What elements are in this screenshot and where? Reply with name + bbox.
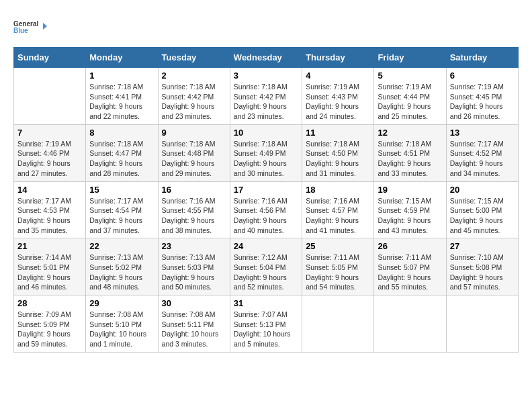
- day-number: 28: [17, 298, 82, 308]
- day-info: Sunrise: 7:18 AMSunset: 4:48 PMDaylight:…: [162, 139, 226, 179]
- day-info: Sunrise: 7:13 AMSunset: 5:03 PMDaylight:…: [162, 253, 226, 292]
- calendar-cell: 9Sunrise: 7:18 AMSunset: 4:48 PMDaylight…: [158, 124, 230, 181]
- calendar-cell: 12Sunrise: 7:18 AMSunset: 4:51 PMDayligh…: [374, 124, 446, 181]
- calendar-cell: 14Sunrise: 7:17 AMSunset: 4:53 PMDayligh…: [14, 181, 86, 238]
- calendar-cell: 4Sunrise: 7:19 AMSunset: 4:43 PMDaylight…: [302, 68, 374, 125]
- day-info: Sunrise: 7:09 AMSunset: 5:09 PMDaylight:…: [17, 310, 82, 349]
- day-info: Sunrise: 7:18 AMSunset: 4:47 PMDaylight:…: [89, 139, 154, 179]
- day-number: 22: [89, 241, 154, 251]
- calendar-cell: 27Sunrise: 7:10 AMSunset: 5:08 PMDayligh…: [446, 238, 518, 295]
- day-info: Sunrise: 7:16 AMSunset: 4:57 PMDaylight:…: [306, 196, 370, 236]
- calendar-cell: 6Sunrise: 7:19 AMSunset: 4:45 PMDaylight…: [446, 68, 518, 125]
- calendar-cell: 2Sunrise: 7:18 AMSunset: 4:42 PMDaylight…: [158, 68, 230, 125]
- day-info: Sunrise: 7:18 AMSunset: 4:42 PMDaylight:…: [234, 82, 298, 122]
- calendar-cell: 7Sunrise: 7:19 AMSunset: 4:46 PMDaylight…: [14, 124, 86, 181]
- day-info: Sunrise: 7:16 AMSunset: 4:55 PMDaylight:…: [162, 196, 226, 236]
- day-number: 11: [306, 128, 370, 138]
- day-number: 13: [450, 128, 515, 138]
- calendar-cell: 31Sunrise: 7:07 AMSunset: 5:13 PMDayligh…: [230, 295, 302, 353]
- day-info: Sunrise: 7:15 AMSunset: 4:59 PMDaylight:…: [378, 196, 442, 236]
- day-info: Sunrise: 7:16 AMSunset: 4:56 PMDaylight:…: [234, 196, 298, 236]
- svg-marker-2: [43, 23, 47, 30]
- calendar-header-row: SundayMondayTuesdayWednesdayThursdayFrid…: [14, 48, 519, 68]
- day-number: 9: [162, 128, 226, 138]
- day-info: Sunrise: 7:19 AMSunset: 4:45 PMDaylight:…: [450, 82, 515, 122]
- calendar-cell: 13Sunrise: 7:17 AMSunset: 4:52 PMDayligh…: [446, 124, 518, 181]
- calendar-table: SundayMondayTuesdayWednesdayThursdayFrid…: [13, 47, 519, 353]
- day-info: Sunrise: 7:17 AMSunset: 4:54 PMDaylight:…: [89, 196, 154, 236]
- calendar-cell: [302, 295, 374, 353]
- day-number: 21: [17, 241, 82, 251]
- day-info: Sunrise: 7:18 AMSunset: 4:50 PMDaylight:…: [306, 139, 370, 179]
- calendar-cell: 25Sunrise: 7:11 AMSunset: 5:05 PMDayligh…: [302, 238, 374, 295]
- calendar-cell: 20Sunrise: 7:15 AMSunset: 5:00 PMDayligh…: [446, 181, 518, 238]
- calendar-cell: 29Sunrise: 7:08 AMSunset: 5:10 PMDayligh…: [86, 295, 158, 353]
- day-info: Sunrise: 7:17 AMSunset: 4:52 PMDaylight:…: [450, 139, 515, 179]
- col-header-friday: Friday: [374, 48, 446, 68]
- calendar-cell: [14, 68, 86, 125]
- day-number: 7: [17, 128, 82, 138]
- calendar-cell: 8Sunrise: 7:18 AMSunset: 4:47 PMDaylight…: [86, 124, 158, 181]
- day-info: Sunrise: 7:14 AMSunset: 5:01 PMDaylight:…: [17, 253, 82, 292]
- calendar-cell: 22Sunrise: 7:13 AMSunset: 5:02 PMDayligh…: [86, 238, 158, 295]
- calendar-week-row: 21Sunrise: 7:14 AMSunset: 5:01 PMDayligh…: [14, 238, 519, 295]
- logo: General Blue: [13, 13, 47, 40]
- day-info: Sunrise: 7:13 AMSunset: 5:02 PMDaylight:…: [89, 253, 154, 292]
- day-number: 26: [378, 241, 442, 251]
- col-header-sunday: Sunday: [14, 48, 86, 68]
- day-number: 29: [89, 298, 154, 308]
- col-header-wednesday: Wednesday: [230, 48, 302, 68]
- page-header: General Blue: [13, 13, 519, 40]
- col-header-monday: Monday: [86, 48, 158, 68]
- day-number: 8: [89, 128, 154, 138]
- day-number: 6: [450, 71, 515, 81]
- col-header-tuesday: Tuesday: [158, 48, 230, 68]
- calendar-cell: 15Sunrise: 7:17 AMSunset: 4:54 PMDayligh…: [86, 181, 158, 238]
- day-number: 1: [89, 71, 154, 81]
- calendar-cell: 21Sunrise: 7:14 AMSunset: 5:01 PMDayligh…: [14, 238, 86, 295]
- calendar-cell: 3Sunrise: 7:18 AMSunset: 4:42 PMDaylight…: [230, 68, 302, 125]
- day-number: 24: [234, 241, 298, 251]
- calendar-cell: 23Sunrise: 7:13 AMSunset: 5:03 PMDayligh…: [158, 238, 230, 295]
- calendar-week-row: 28Sunrise: 7:09 AMSunset: 5:09 PMDayligh…: [14, 295, 519, 353]
- day-info: Sunrise: 7:18 AMSunset: 4:51 PMDaylight:…: [378, 139, 442, 179]
- calendar-cell: [374, 295, 446, 353]
- calendar-week-row: 14Sunrise: 7:17 AMSunset: 4:53 PMDayligh…: [14, 181, 519, 238]
- day-info: Sunrise: 7:18 AMSunset: 4:41 PMDaylight:…: [89, 82, 154, 122]
- day-info: Sunrise: 7:19 AMSunset: 4:46 PMDaylight:…: [17, 139, 82, 179]
- day-info: Sunrise: 7:18 AMSunset: 4:49 PMDaylight:…: [234, 139, 298, 179]
- day-info: Sunrise: 7:10 AMSunset: 5:08 PMDaylight:…: [450, 253, 515, 292]
- calendar-cell: 26Sunrise: 7:11 AMSunset: 5:07 PMDayligh…: [374, 238, 446, 295]
- day-number: 4: [306, 71, 370, 81]
- day-number: 18: [306, 185, 370, 195]
- day-info: Sunrise: 7:11 AMSunset: 5:05 PMDaylight:…: [306, 253, 370, 292]
- day-number: 15: [89, 185, 154, 195]
- calendar-week-row: 7Sunrise: 7:19 AMSunset: 4:46 PMDaylight…: [14, 124, 519, 181]
- logo-svg: General Blue: [13, 13, 47, 40]
- day-info: Sunrise: 7:18 AMSunset: 4:42 PMDaylight:…: [162, 82, 226, 122]
- day-number: 17: [234, 185, 298, 195]
- day-number: 16: [162, 185, 226, 195]
- day-info: Sunrise: 7:19 AMSunset: 4:43 PMDaylight:…: [306, 82, 370, 122]
- day-info: Sunrise: 7:07 AMSunset: 5:13 PMDaylight:…: [234, 310, 298, 349]
- calendar-cell: 18Sunrise: 7:16 AMSunset: 4:57 PMDayligh…: [302, 181, 374, 238]
- day-number: 25: [306, 241, 370, 251]
- day-number: 23: [162, 241, 226, 251]
- day-info: Sunrise: 7:12 AMSunset: 5:04 PMDaylight:…: [234, 253, 298, 292]
- calendar-cell: 19Sunrise: 7:15 AMSunset: 4:59 PMDayligh…: [374, 181, 446, 238]
- day-info: Sunrise: 7:08 AMSunset: 5:10 PMDaylight:…: [89, 310, 154, 349]
- day-number: 30: [162, 298, 226, 308]
- calendar-week-row: 1Sunrise: 7:18 AMSunset: 4:41 PMDaylight…: [14, 68, 519, 125]
- day-number: 27: [450, 241, 515, 251]
- day-info: Sunrise: 7:08 AMSunset: 5:11 PMDaylight:…: [162, 310, 226, 349]
- day-number: 31: [234, 298, 298, 308]
- calendar-cell: 16Sunrise: 7:16 AMSunset: 4:55 PMDayligh…: [158, 181, 230, 238]
- calendar-cell: 10Sunrise: 7:18 AMSunset: 4:49 PMDayligh…: [230, 124, 302, 181]
- day-number: 3: [234, 71, 298, 81]
- col-header-saturday: Saturday: [446, 48, 518, 68]
- day-number: 14: [17, 185, 82, 195]
- calendar-cell: 5Sunrise: 7:19 AMSunset: 4:44 PMDaylight…: [374, 68, 446, 125]
- day-number: 5: [378, 71, 442, 81]
- calendar-cell: 17Sunrise: 7:16 AMSunset: 4:56 PMDayligh…: [230, 181, 302, 238]
- calendar-cell: 1Sunrise: 7:18 AMSunset: 4:41 PMDaylight…: [86, 68, 158, 125]
